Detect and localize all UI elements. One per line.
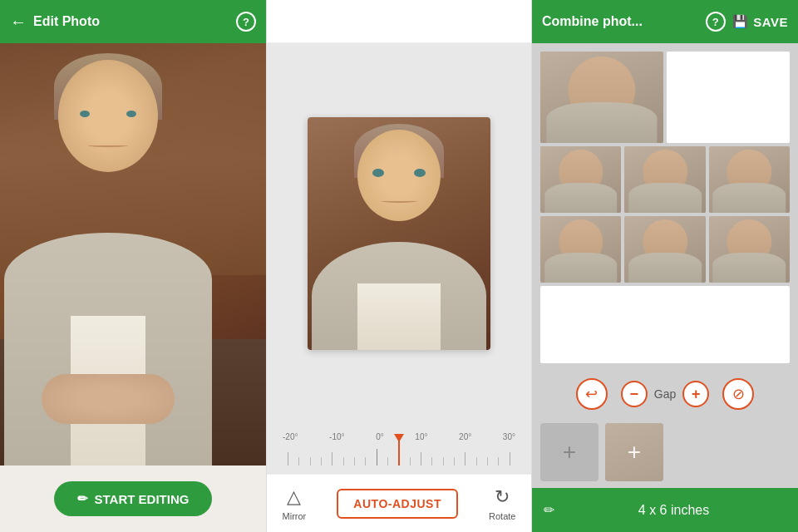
grid-photo-inner-5 <box>709 146 790 213</box>
mirror-label: Mirror <box>283 511 307 521</box>
right-toolbar: Combine phot... ? 💾 SAVE <box>532 0 798 43</box>
left-panel-title: Edit Photo <box>33 14 229 29</box>
grid-row-1 <box>540 52 790 143</box>
start-editing-button[interactable]: ✏ START EDITING <box>54 481 213 516</box>
grid-photo-7 <box>624 216 705 283</box>
grid-photo-white <box>667 52 790 143</box>
grid-photo-inner-7 <box>624 216 705 283</box>
auto-adjust-button[interactable]: AUTO-ADJUST <box>337 489 458 519</box>
gap-plus-button[interactable]: + <box>682 381 709 407</box>
rotate-icon: ↻ <box>495 486 510 508</box>
save-icon: 💾 <box>732 14 749 29</box>
gap-label: Gap <box>654 387 676 401</box>
photo-grid <box>532 43 798 372</box>
grid-photo-3 <box>540 146 621 213</box>
add-slot-2-icon: + <box>628 439 641 466</box>
right-panel-title: Combine phot... <box>542 14 699 29</box>
mid-photo-person <box>308 117 490 350</box>
left-panel: ← Edit Photo ? <box>0 0 266 532</box>
grid-photo-5 <box>709 146 790 213</box>
done-check-icon: ✓ <box>468 14 479 29</box>
grid-body-6 <box>544 253 618 283</box>
grid-photo-inner-3 <box>540 146 621 213</box>
add-slot-1-icon: + <box>563 439 576 466</box>
save-button[interactable]: 💾 SAVE <box>732 14 788 29</box>
back-button[interactable]: ← <box>10 12 27 32</box>
person-face-left <box>58 60 158 172</box>
grid-body-4 <box>628 183 702 213</box>
mid-bottom-tools: △ Mirror AUTO-ADJUST ↻ Rotate <box>267 474 531 532</box>
grid-photo-inner-8 <box>709 216 790 283</box>
size-label: 4 x 6 inches <box>561 503 786 518</box>
right-help-button[interactable]: ? <box>706 12 726 32</box>
mid-photo-area <box>267 43 531 424</box>
right-content: ↩ − Gap + ⊘ + + <box>532 43 798 532</box>
grid-row-2 <box>540 146 790 213</box>
grid-photo-inner-6 <box>540 216 621 283</box>
mid-photo-frame <box>308 117 490 350</box>
grid-row-3 <box>540 216 790 283</box>
grid-photo-inner-1 <box>540 52 663 143</box>
grid-body-8 <box>713 253 786 283</box>
grid-photo-6 <box>540 216 621 283</box>
ruler-track[interactable]: -20° -10° 0° 10° 20° 30° <box>283 432 515 466</box>
bottom-edit-icon[interactable]: ✏ <box>544 502 554 518</box>
undo-button[interactable]: ↩ <box>576 378 608 410</box>
grid-body-5 <box>713 183 786 213</box>
add-slot-photo-overlay: + <box>605 423 663 481</box>
prohibit-button[interactable]: ⊘ <box>722 378 754 410</box>
right-main: ↩ − Gap + ⊘ + + <box>532 43 798 532</box>
mirror-tool[interactable]: △ Mirror <box>283 486 307 521</box>
mid-panel: Straighten ? ✓ DONE <box>266 0 532 532</box>
gap-controls: ↩ − Gap + ⊘ <box>532 372 798 416</box>
done-button[interactable]: ✓ DONE <box>468 14 518 29</box>
mirror-icon: △ <box>287 486 301 508</box>
mid-panel-title: Straighten <box>280 14 435 29</box>
start-btn-area: ✏ START EDITING <box>0 466 266 532</box>
start-editing-label: START EDITING <box>95 492 190 506</box>
done-label: DONE <box>482 14 518 28</box>
mid-shirt <box>357 283 441 350</box>
grid-photo-inner-4 <box>624 146 705 213</box>
left-toolbar: ← Edit Photo ? <box>0 0 266 43</box>
add-slots-row: + + <box>532 416 798 488</box>
grid-photo-4 <box>624 146 705 213</box>
ruler-area[interactable]: -20° -10° 0° 10° 20° 30° <box>267 424 531 474</box>
mid-toolbar: Straighten ? ✓ DONE <box>267 0 531 43</box>
left-photo-area <box>0 43 266 466</box>
grid-photo-1 <box>540 52 663 143</box>
person-hands-left <box>42 374 175 424</box>
mid-face <box>357 130 441 221</box>
pencil-icon: ✏ <box>77 491 88 506</box>
rotate-label: Rotate <box>489 511 515 521</box>
right-panel: Combine phot... ? 💾 SAVE <box>532 0 798 532</box>
grid-photo-2 <box>667 52 790 143</box>
left-photo-bg <box>0 43 266 466</box>
bottom-right-bar: ✏ 4 x 6 inches <box>532 488 798 532</box>
left-help-button[interactable]: ? <box>236 12 256 32</box>
grid-body-7 <box>628 253 702 283</box>
add-slot-2[interactable]: + <box>605 423 663 481</box>
gap-minus-button[interactable]: − <box>621 381 648 407</box>
grid-spacer <box>540 286 790 363</box>
grid-photo-8 <box>709 216 790 283</box>
grid-body-3 <box>544 183 618 213</box>
rotate-tool[interactable]: ↻ Rotate <box>489 486 515 521</box>
mid-help-button[interactable]: ? <box>441 12 461 32</box>
ruler-indicator <box>398 441 400 466</box>
save-label: SAVE <box>753 15 788 29</box>
add-slot-1[interactable]: + <box>540 423 598 481</box>
grid-body-1 <box>546 102 657 144</box>
